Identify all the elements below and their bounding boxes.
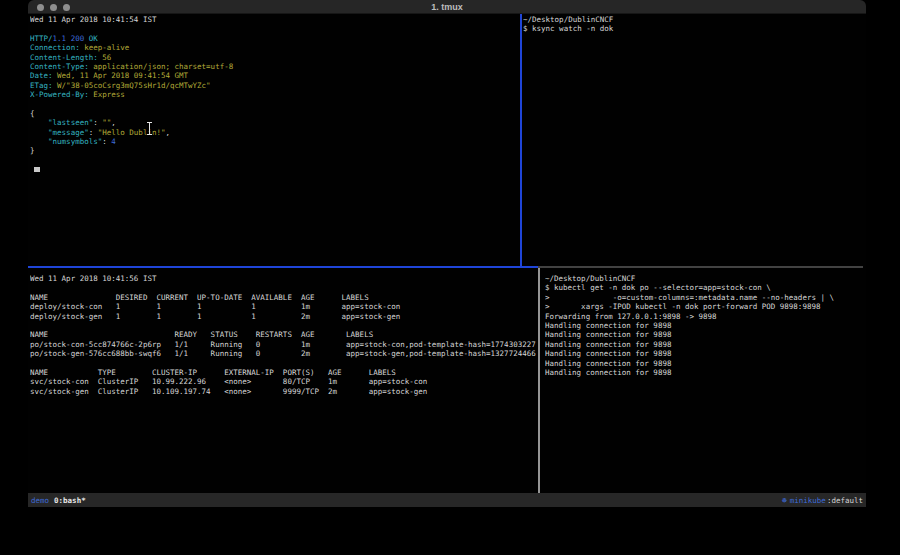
session-name: demo xyxy=(31,496,49,505)
mouse-ibeam-cursor xyxy=(146,122,153,135)
window-title: 1. tmux xyxy=(28,2,866,12)
pane-divider-horizontal-active[interactable] xyxy=(28,266,538,268)
window-titlebar[interactable]: 1. tmux xyxy=(28,0,866,14)
terminal-window: 1. tmux Wed 11 Apr 2018 10:41:54 IST HTT… xyxy=(28,0,866,507)
pane-kubectl-get[interactable]: Wed 11 Apr 2018 10:41:56 IST NAME DESIRE… xyxy=(30,274,536,493)
terminal-cursor xyxy=(34,167,40,172)
pane-divider-vertical[interactable] xyxy=(538,268,540,493)
kube-namespace: :default xyxy=(827,496,863,505)
kube-context: minikube xyxy=(790,496,826,505)
pane-divider-horizontal[interactable] xyxy=(538,266,863,268)
tmux-terminal: Wed 11 Apr 2018 10:41:54 IST HTTP/1.1 20… xyxy=(28,14,866,493)
pane-ksync-watch[interactable]: ~/Desktop/DublinCNCF$ ksync watch -n dok xyxy=(523,15,864,265)
tmux-status-bar: demo 0:bash* ☸ minikube :default xyxy=(28,493,866,507)
pane-divider-vertical-active[interactable] xyxy=(520,14,522,266)
window-tab-bash[interactable]: 0:bash* xyxy=(54,496,86,505)
status-right: ☸ minikube :default xyxy=(782,496,863,505)
pane-port-forward[interactable]: ~/Desktop/DublinCNCF$ kubectl get -n dok… xyxy=(545,274,864,493)
kubernetes-wheel-icon: ☸ xyxy=(782,496,787,505)
pane-http-response[interactable]: Wed 11 Apr 2018 10:41:54 IST HTTP/1.1 20… xyxy=(30,15,518,265)
